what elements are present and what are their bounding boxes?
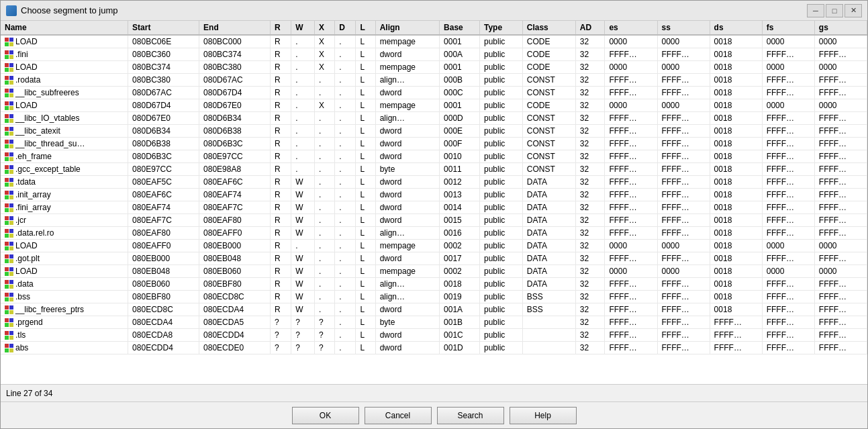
table-row[interactable]: __libc_thread_su…080D6B38080D6B3CR...Ldw… <box>1 138 867 150</box>
cell-ad: 32 <box>575 316 605 329</box>
cell-end: 080EAF6C <box>199 176 271 189</box>
table-row[interactable]: LOAD080BC06E080BC000R.X.Lmempage0001publ… <box>1 35 867 48</box>
table-row[interactable]: __libc_subfreeres080D67AC080D67D4R...Ldw… <box>1 87 867 99</box>
maximize-button[interactable]: □ <box>826 4 843 17</box>
cell-ds: 0018 <box>710 35 762 48</box>
table-row[interactable]: .bss080EBF80080ECD8CRW..Lalign…0019publi… <box>1 291 867 303</box>
segment-icon <box>5 242 13 250</box>
segment-name: __libc_IO_vtables <box>15 113 79 123</box>
cell-w: W <box>291 214 315 227</box>
cell-align: byte <box>375 316 439 329</box>
table-row[interactable]: .jcr080EAF7C080EAF80RW..Ldword0015public… <box>1 214 867 227</box>
table-row[interactable]: .rodata080BC380080D67ACR...Lalign…000Bpu… <box>1 74 867 87</box>
cell-w: W <box>291 252 315 265</box>
cell-ss: FFFF… <box>657 125 710 138</box>
cell-es: FFFF… <box>605 125 657 138</box>
table-row[interactable]: __libc_IO_vtables080D67E0080D6B34R...Lal… <box>1 112 867 125</box>
cell-ds: 0018 <box>710 265 762 278</box>
cell-start: 080D67D4 <box>128 99 199 112</box>
cell-class: BSS <box>522 291 575 303</box>
cell-r: R <box>270 214 291 227</box>
cell-ad: 32 <box>575 227 605 240</box>
cell-x: . <box>315 74 335 87</box>
close-button[interactable]: ✕ <box>845 4 862 17</box>
cell-d: . <box>335 291 356 303</box>
minimize-button[interactable]: ─ <box>807 4 824 17</box>
segment-icon <box>5 140 13 148</box>
cell-class: CONST <box>522 125 575 138</box>
cell-w: W <box>291 291 315 303</box>
cell-ss: FFFF… <box>657 112 710 125</box>
table-row[interactable]: LOAD080EAFF0080EB000R...Lmempage0002publ… <box>1 240 867 252</box>
cell-name: .init_array <box>1 189 128 201</box>
cell-d: . <box>335 61 356 74</box>
cell-type: public <box>480 125 523 138</box>
cell-ad: 32 <box>575 74 605 87</box>
table-scroll[interactable]: Name Start End R W X D L Align Base Type… <box>1 21 867 384</box>
cell-type: public <box>480 74 523 87</box>
cell-fs: FFFF… <box>762 138 814 150</box>
table-row[interactable]: .init_array080EAF6C080EAF74RW..Ldword001… <box>1 189 867 201</box>
help-button[interactable]: Help <box>510 407 577 424</box>
cell-align: align… <box>375 291 439 303</box>
table-row[interactable]: .fini080BC360080BC374R.X.Ldword000Apubli… <box>1 48 867 61</box>
segment-icon <box>5 191 13 199</box>
cell-w: . <box>291 112 315 125</box>
cancel-button[interactable]: Cancel <box>365 407 432 424</box>
table-row[interactable]: .gcc_except_table080E97CC080E98A8R...Lby… <box>1 163 867 176</box>
table-row[interactable]: .got.plt080EB000080EB048RW..Ldword0017pu… <box>1 252 867 265</box>
table-row[interactable]: __libc_atexit080D6B34080D6B38R...Ldword0… <box>1 125 867 138</box>
cell-x: . <box>315 278 335 291</box>
cell-base: 0014 <box>440 201 480 214</box>
cell-align: mempage <box>375 61 439 74</box>
cell-type: public <box>480 214 523 227</box>
cell-gs: FFFF… <box>814 150 867 163</box>
table-row[interactable]: abs080ECDD4080ECDE0???.Ldword001Dpublic3… <box>1 342 867 354</box>
cell-es: FFFF… <box>605 252 657 265</box>
cell-ss: FFFF… <box>657 163 710 176</box>
cell-end: 080EAF74 <box>199 189 271 201</box>
cell-end: 080EBF80 <box>199 278 271 291</box>
segment-name: .bss <box>15 292 30 301</box>
table-row[interactable]: .eh_frame080D6B3C080E97CCR...Ldword0010p… <box>1 150 867 163</box>
table-row[interactable]: LOAD080BC374080BC380R.X.Lmempage0001publ… <box>1 61 867 74</box>
table-row[interactable]: .fini_array080EAF74080EAF7CRW..Ldword001… <box>1 201 867 214</box>
col-ad: AD <box>575 21 605 35</box>
search-button[interactable]: Search <box>437 407 504 424</box>
table-row[interactable]: .tls080ECDA8080ECDD4???.Ldword001Cpublic… <box>1 329 867 342</box>
cell-type: public <box>480 61 523 74</box>
cell-fs: FFFF… <box>762 227 814 240</box>
segment-icon <box>5 267 13 276</box>
cell-fs: 0000 <box>762 240 814 252</box>
cell-type: public <box>480 150 523 163</box>
table-row[interactable]: .tdata080EAF5C080EAF6CRW..Ldword0012publ… <box>1 176 867 189</box>
cell-ss: 0000 <box>657 99 710 112</box>
table-row[interactable]: .data080EB060080EBF80RW..Lalign…0018publ… <box>1 278 867 291</box>
cell-name: __libc_subfreeres <box>1 87 128 99</box>
segment-name: .rodata <box>15 75 40 85</box>
cell-d: . <box>335 240 356 252</box>
segment-icon <box>5 305 13 314</box>
cell-es: FFFF… <box>605 342 657 354</box>
col-r: R <box>270 21 291 35</box>
ok-button[interactable]: OK <box>292 407 359 424</box>
cell-es: FFFF… <box>605 214 657 227</box>
cell-gs: FFFF… <box>814 176 867 189</box>
cell-gs: FFFF… <box>814 278 867 291</box>
cell-d: . <box>335 125 356 138</box>
col-w: W <box>291 21 315 35</box>
segment-icon <box>5 127 13 136</box>
cell-ds: 0018 <box>710 138 762 150</box>
cell-w: . <box>291 74 315 87</box>
cell-ad: 32 <box>575 240 605 252</box>
table-row[interactable]: LOAD080D67D4080D67E0R.X.Lmempage0001publ… <box>1 99 867 112</box>
table-row[interactable]: .data.rel.ro080EAF80080EAFF0RW..Lalign…0… <box>1 227 867 240</box>
cell-start: 080EAF7C <box>128 214 199 227</box>
cell-start: 080EB000 <box>128 252 199 265</box>
table-row[interactable]: LOAD080EB048080EB060RW..Lmempage0002publ… <box>1 265 867 278</box>
table-row[interactable]: .prgend080ECDA4080ECDA5???.Lbyte001Bpubl… <box>1 316 867 329</box>
cell-l: L <box>356 342 375 354</box>
cell-r: ? <box>270 342 291 354</box>
table-row[interactable]: __libc_freeres_ptrs080ECD8C080ECDA4RW..L… <box>1 303 867 316</box>
cell-align: align… <box>375 227 439 240</box>
